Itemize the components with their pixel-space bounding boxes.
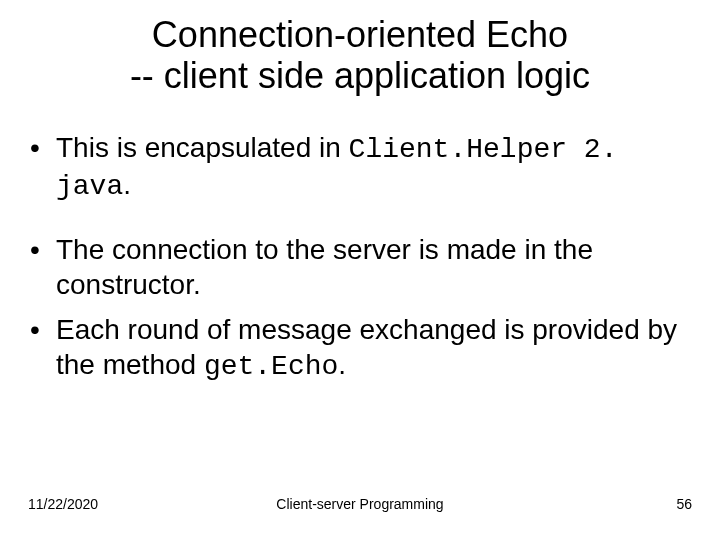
bullet-list-2: The connection to the server is made in … <box>28 232 680 384</box>
title-line-2: -- client side application logic <box>130 55 590 96</box>
bullet-item-2: The connection to the server is made in … <box>28 232 680 302</box>
spacer <box>28 214 680 232</box>
footer-center: Client-server Programming <box>276 496 443 512</box>
footer-page-number: 56 <box>676 496 692 512</box>
footer-date: 11/22/2020 <box>28 496 98 512</box>
bullet-1-post: . <box>123 169 131 200</box>
bullet-3-text: Each round of message exchanged is provi… <box>56 314 677 380</box>
slide: Connection-oriented Echo -- client side … <box>0 0 720 540</box>
bullet-item-3: Each round of message exchanged is provi… <box>28 312 680 384</box>
bullet-2-text: The connection to the server is made in … <box>56 234 593 300</box>
slide-title: Connection-oriented Echo -- client side … <box>0 14 720 97</box>
bullet-3-code: get.Echo <box>204 351 338 382</box>
title-line-1: Connection-oriented Echo <box>152 14 568 55</box>
bullet-1-text: This is encapsulated in <box>56 132 349 163</box>
slide-body: This is encapsulated in Client.Helper 2.… <box>28 130 680 394</box>
bullet-list: This is encapsulated in Client.Helper 2.… <box>28 130 680 204</box>
bullet-item-1: This is encapsulated in Client.Helper 2.… <box>28 130 680 204</box>
bullet-3-post: . <box>338 349 346 380</box>
